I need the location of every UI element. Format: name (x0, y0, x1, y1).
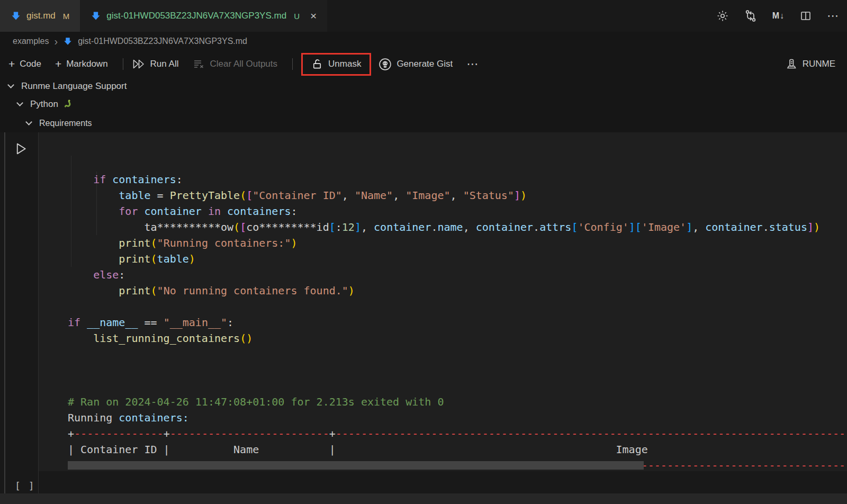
outline-item-requirements[interactable]: Requirements (26, 114, 92, 132)
generate-gist-label: Generate Gist (397, 59, 453, 69)
runme-logo-icon (785, 58, 798, 70)
runme-notebook-window: gist.md M gist-01HWD053BZ23JN6VA7X3NGP3Y… (0, 0, 847, 504)
cell-output: # Ran on 2024-04-26 11:47:08+01:00 for 2… (68, 378, 847, 471)
outline-label: Runme Language Support (21, 81, 127, 92)
outline-item-runme-language-support[interactable]: Runme Language Support (8, 77, 127, 95)
more-actions-icon[interactable]: ⋯ (827, 9, 839, 23)
document-outline: Runme Language Support Python Requiremen… (0, 77, 847, 132)
markdown-preview-icon[interactable]: M↓ (772, 11, 785, 21)
unmask-label: Unmask (328, 59, 361, 69)
editor-actions: M↓ ⋯ (716, 0, 839, 32)
breadcrumb: examples › gist-01HWD053BZ23JN6VA7X3NGP3… (13, 32, 247, 51)
python-snake-emoji (63, 99, 75, 110)
runme-file-icon (91, 10, 101, 22)
notebook-toolbar: + Code + Markdown Run All Clear All Outp… (0, 51, 847, 77)
chevron-down-icon (25, 119, 32, 125)
tab-label: gist-01HWD053BZ23JN6VA7X3NGP3YS.md (106, 11, 286, 21)
outline-item-python[interactable]: Python (17, 95, 75, 113)
generate-gist-button[interactable]: Generate Gist (379, 58, 453, 71)
clear-all-outputs-button[interactable]: Clear All Outputs (192, 58, 277, 70)
code-cell: [ ] if containers: table = PrettyTable([… (0, 132, 847, 504)
cell-gutter: [ ] (5, 132, 38, 504)
add-markdown-cell-button[interactable]: + Markdown (55, 58, 108, 70)
outline-label: Requirements (39, 119, 92, 128)
modified-badge: M (63, 12, 70, 21)
tab-label: gist.md (26, 11, 56, 21)
settings-gear-icon[interactable] (716, 10, 729, 22)
tab-gist-01hwd[interactable]: gist-01HWD053BZ23JN6VA7X3NGP3YS.md U × (80, 0, 327, 32)
add-code-label: Code (20, 59, 41, 69)
plus-icon: + (55, 58, 61, 70)
compare-changes-icon[interactable] (744, 9, 758, 23)
run-all-button[interactable]: Run All (132, 58, 179, 70)
breadcrumb-folder[interactable]: examples (13, 37, 49, 46)
breadcrumb-separator-icon: › (54, 35, 58, 48)
runme-kernel-button[interactable]: RUNME (785, 58, 835, 70)
chevron-down-icon (16, 100, 23, 106)
runme-label: RUNME (803, 59, 835, 69)
runme-file-icon (11, 10, 21, 22)
unlock-icon (311, 58, 323, 70)
next-cell-strip (0, 493, 847, 504)
github-icon (379, 58, 392, 71)
split-editor-icon[interactable] (799, 10, 812, 22)
chevron-down-icon (7, 82, 14, 88)
run-all-icon (132, 58, 146, 70)
clear-outputs-icon (192, 58, 205, 70)
runme-file-icon (63, 36, 73, 47)
editor-tab-bar: gist.md M gist-01HWD053BZ23JN6VA7X3NGP3Y… (0, 0, 847, 32)
plus-icon: + (8, 58, 15, 70)
code-editor[interactable]: if containers: table = PrettyTable(["Con… (68, 172, 847, 346)
toolbar-divider (292, 58, 293, 70)
unmask-button[interactable]: Unmask (311, 58, 361, 70)
notebook-header: examples › gist-01HWD053BZ23JN6VA7X3NGP3… (0, 32, 847, 132)
tab-gist-md[interactable]: gist.md M (0, 0, 80, 32)
run-cell-button[interactable] (13, 141, 29, 157)
cell-focus-indicator: [ ] (15, 480, 35, 491)
play-icon (13, 141, 29, 157)
toolbar-divider (123, 58, 123, 70)
untracked-badge: U (294, 12, 300, 21)
breadcrumb-file[interactable]: gist-01HWD053BZ23JN6VA7X3NGP3YS.md (78, 37, 247, 46)
close-tab-icon[interactable]: × (310, 10, 317, 22)
toolbar-more-icon[interactable]: ⋯ (466, 57, 478, 71)
clear-all-outputs-label: Clear All Outputs (210, 59, 277, 69)
add-markdown-label: Markdown (66, 59, 107, 69)
run-all-label: Run All (150, 59, 179, 69)
cell-editor-area: if containers: table = PrettyTable(["Con… (39, 132, 847, 471)
annotation-highlight: Unmask (301, 53, 371, 76)
add-code-cell-button[interactable]: + Code (8, 58, 41, 70)
outline-label: Python (30, 99, 58, 110)
horizontal-scrollbar[interactable] (68, 461, 644, 470)
